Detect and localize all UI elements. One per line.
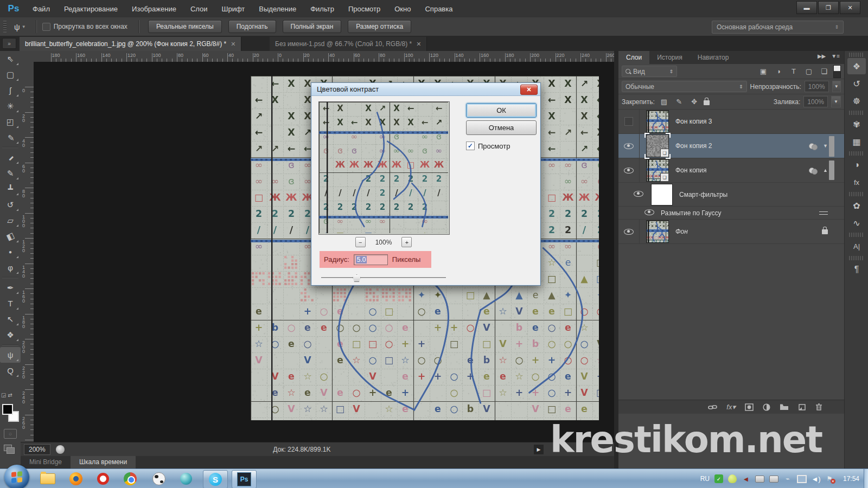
smart-filter-item-row[interactable]: Размытие по Гауссу (618, 207, 844, 220)
layer-styles-fx-icon[interactable]: fx▾ (726, 403, 736, 411)
rectangular-marquee-tool[interactable]: ▢ (0, 67, 21, 82)
visibility-toggle[interactable] (618, 158, 640, 182)
document-tab-inactive[interactable]: Без имени-1.psd @ 66.7% (Слой 10, RGB/8)… (270, 37, 427, 51)
paths-panel-icon[interactable]: ∿ (847, 215, 866, 231)
visibility-toggle[interactable] (618, 110, 640, 133)
menu-type[interactable]: Шрифт (222, 5, 245, 13)
tab-history[interactable]: История (649, 51, 690, 64)
dialog-preview-image[interactable] (319, 102, 448, 233)
tray-plug-icon[interactable]: ⌁ (783, 474, 792, 483)
blend-mode-select[interactable]: Обычные ⇕ (622, 81, 747, 92)
taskbar-opera-icon[interactable] (91, 470, 115, 487)
clock[interactable]: 17:54 (843, 475, 859, 483)
menu-layers[interactable]: Слои (190, 5, 208, 13)
path-selection-tool[interactable]: ↖ (0, 311, 21, 327)
layer-thumbnail[interactable] (646, 110, 669, 133)
current-tool-chip[interactable]: ψ ▼ (14, 22, 26, 31)
scroll-all-windows-checkbox[interactable] (42, 23, 50, 31)
minimize-button[interactable]: ▬ (796, 1, 817, 14)
menu-edit[interactable]: Редактирование (64, 5, 118, 13)
smart-filters-row[interactable]: Смарт-фильтры (618, 183, 844, 207)
status-options-arrow[interactable]: ▶ (534, 445, 544, 454)
screen-mode-button[interactable] (4, 445, 16, 454)
tray-lime-icon[interactable] (728, 474, 737, 483)
layer-thumbnail[interactable]: ❏ (646, 159, 669, 182)
lock-transparency-icon[interactable]: ▨ (658, 98, 670, 106)
zoom-tool[interactable]: Q (0, 363, 21, 378)
crop-tool[interactable]: ◰ (0, 114, 21, 130)
taskbar-media-app-icon[interactable] (147, 470, 171, 487)
menu-select[interactable]: Выделение (259, 5, 296, 13)
layer-name[interactable]: Фон копия 2 (675, 142, 712, 150)
layer-thumbnail[interactable] (646, 220, 669, 243)
menu-filter[interactable]: Фильтр (310, 5, 334, 13)
collapse-panel-icon[interactable]: ▶▶ (818, 53, 826, 59)
actual-pixels-button[interactable]: Реальные пикселы (148, 20, 222, 33)
layer-filter-kind-select[interactable]: Вид ⇕ (622, 66, 677, 77)
layers-panel-icon[interactable]: ❖ (847, 58, 866, 74)
expand-panels-chevron[interactable]: » (2, 38, 16, 49)
pixel-layer-filter-icon[interactable]: ▣ (757, 67, 769, 75)
fill-value[interactable]: 100% (803, 96, 828, 107)
lock-position-icon[interactable]: ✥ (688, 98, 700, 106)
eraser-tool[interactable]: ▱ (0, 213, 21, 228)
smart-filter-eye-icon[interactable] (809, 143, 816, 149)
menu-help[interactable]: Справка (425, 5, 452, 13)
panel-menu-icon[interactable]: ▼≡ (831, 53, 840, 59)
close-button[interactable]: ✕ (840, 1, 860, 14)
taskbar-chrome-icon[interactable] (118, 470, 142, 487)
add-layer-mask-icon[interactable] (745, 403, 754, 411)
dialog-close-button[interactable]: ✕ (520, 85, 538, 95)
slider-thumb[interactable] (353, 274, 361, 282)
fill-dropdown-button[interactable]: ▼ (831, 96, 841, 107)
smart-filters-label[interactable]: Смарт-фильтры (679, 191, 727, 198)
delete-layer-trash-icon[interactable] (815, 403, 822, 411)
smart-object-filter-icon[interactable]: ❏ (818, 67, 830, 75)
paint-bucket-tool[interactable]: ◧ (0, 228, 21, 244)
brush-tool[interactable]: ✎ (0, 165, 21, 181)
slider-track[interactable] (321, 277, 446, 279)
vertical-ruler[interactable]: 02 04 06 08 01 0 01 2 01 4 01 6 01 8 02 … (21, 62, 34, 442)
blur-tool[interactable]: ● (0, 244, 21, 260)
layer-row[interactable]: ❏ Фон копия ▲ (618, 158, 844, 183)
kuler-panel-icon[interactable]: ✿ (847, 197, 866, 214)
taskbar-firefox-icon[interactable] (64, 470, 88, 487)
smart-filter-eye-icon[interactable] (809, 168, 816, 173)
taskbar-explorer-icon[interactable] (36, 470, 60, 487)
workspace-selector[interactable]: Основная рабочая среда ⇕ (712, 21, 844, 34)
radius-slider[interactable] (321, 274, 446, 281)
taskbar-photoshop-icon[interactable]: Ps (232, 470, 257, 488)
layer-name[interactable]: Фон копия (675, 166, 707, 174)
full-screen-button[interactable]: Полный экран (283, 20, 342, 33)
taskbar-browser-sphere-icon[interactable] (174, 470, 198, 487)
tab-navigator[interactable]: Навигатор (690, 51, 737, 64)
move-tool[interactable]: ⇖ (0, 51, 21, 67)
layer-thumbnail[interactable]: ❏ (646, 134, 669, 157)
visibility-toggle[interactable] (618, 220, 640, 243)
tab-close-icon[interactable]: ✕ (231, 41, 235, 48)
color-panel-icon[interactable]: ✾ (847, 116, 866, 132)
lock-paint-icon[interactable]: ✎ (673, 98, 685, 106)
new-adjustment-layer-icon[interactable] (763, 403, 770, 411)
adjustments-panel-icon[interactable]: ◑ (847, 157, 866, 173)
preview-zoom-out-button[interactable]: − (355, 237, 366, 247)
document-tab-active[interactable]: brilliant_butterfly_celebration_1.jpg @ … (20, 37, 241, 51)
menu-view[interactable]: Просмотр (348, 5, 380, 13)
swap-colors-icon[interactable]: ◲ ⇄ (1, 392, 12, 398)
history-panel-icon[interactable]: ↺ (847, 75, 866, 92)
dodge-tool[interactable]: φ (0, 260, 21, 275)
type-layer-filter-icon[interactable]: T (788, 67, 800, 75)
tray-net-icon[interactable] (797, 475, 807, 483)
eyedropper-tool[interactable]: ✐ (0, 130, 21, 145)
foreground-color-swatch[interactable] (2, 404, 13, 415)
visibility-toggle[interactable] (618, 134, 640, 158)
start-button[interactable] (4, 465, 29, 488)
filter-mask-thumbnail[interactable] (651, 184, 673, 206)
menu-window[interactable]: Окно (394, 5, 411, 13)
preview-checkbox[interactable]: ✓ (466, 142, 475, 150)
tray-sound-icon[interactable]: ◄ (742, 474, 750, 483)
navigator-panel-icon[interactable]: ☸ (847, 93, 866, 109)
link-layers-icon[interactable] (708, 403, 717, 411)
healing-brush-tool[interactable]: ▬ (0, 150, 21, 165)
smart-filter-name[interactable]: Размытие по Гауссу (661, 209, 721, 217)
